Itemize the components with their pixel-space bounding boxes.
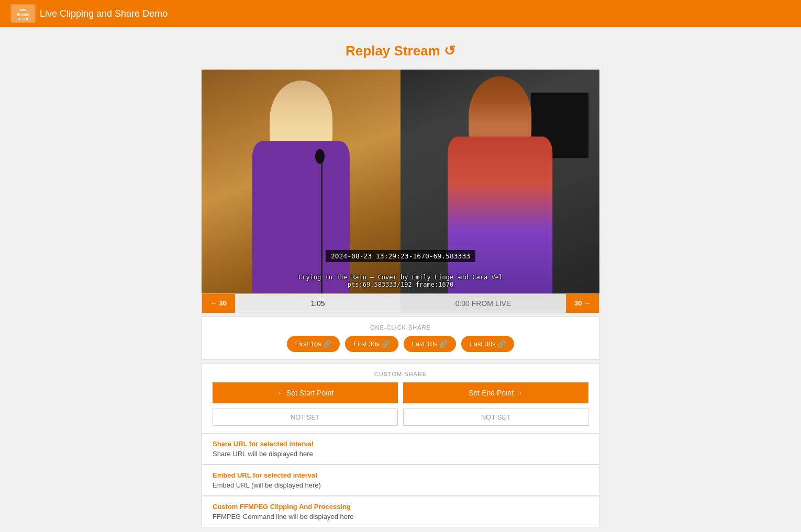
logo-box: nano Stream CLOUD bbox=[10, 4, 36, 23]
ffmpeg-title: Custom FFMPEG Clipping And Processing bbox=[213, 503, 588, 511]
not-set-row bbox=[213, 409, 588, 426]
start-point-input[interactable] bbox=[213, 409, 398, 426]
set-start-point-button[interactable]: ← Set Start Point bbox=[213, 382, 398, 403]
last-10s-button[interactable]: Last 10s 🔗 bbox=[404, 336, 457, 352]
custom-share-panel: CUSTOM SHARE ← Set Start Point Set End P… bbox=[202, 363, 599, 434]
skip-back-button[interactable]: ← 30 bbox=[202, 294, 235, 313]
custom-share-buttons: ← Set Start Point Set End Point → bbox=[213, 382, 588, 403]
page-title: Replay Stream ↺ bbox=[202, 43, 599, 59]
ffmpeg-value: FFMPEG Command line will be displayed he… bbox=[213, 513, 588, 520]
time-from-live-display: 0:00 FROM LIVE bbox=[400, 294, 566, 313]
video-timestamp: 2024-08-23 13:29:23-1670-69.583333 bbox=[326, 250, 475, 262]
oneclick-label: ONE-CLICK SHARE bbox=[213, 324, 588, 331]
video-subtitle: Crying In The Rain – Cover by Emily Ling… bbox=[298, 274, 503, 288]
embed-url-value: Embed URL (will be displayed here) bbox=[213, 481, 588, 489]
first-30s-button[interactable]: First 30s 🔗 bbox=[345, 336, 398, 352]
logo: nano Stream CLOUD Live Clipping and Shar… bbox=[10, 4, 168, 23]
app-title: Live Clipping and Share Demo bbox=[40, 8, 168, 19]
oneclick-share-panel: ONE-CLICK SHARE First 10s 🔗 First 30s 🔗 … bbox=[202, 316, 599, 360]
first-10s-button[interactable]: First 10s 🔗 bbox=[287, 336, 340, 352]
custom-share-label: CUSTOM SHARE bbox=[213, 371, 588, 377]
embed-url-title: Embed URL for selected interval bbox=[213, 471, 588, 479]
share-url-value: Share URL will be displayed here bbox=[213, 450, 588, 458]
main-content: Replay Stream ↺ bbox=[202, 27, 599, 532]
svg-text:CLOUD: CLOUD bbox=[17, 17, 30, 21]
svg-text:nano: nano bbox=[19, 8, 28, 12]
svg-text:Stream: Stream bbox=[17, 13, 29, 16]
set-end-point-button[interactable]: Set End Point → bbox=[403, 382, 588, 403]
embed-url-section: Embed URL for selected interval Embed UR… bbox=[202, 465, 599, 496]
last-30s-button[interactable]: Last 30s 🔗 bbox=[461, 336, 514, 352]
subtitle-line2: pts:69.583333/192 frame:1670 bbox=[298, 281, 503, 288]
share-url-title: Share URL for selected interval bbox=[213, 440, 588, 448]
end-point-input[interactable] bbox=[403, 409, 588, 426]
ffmpeg-section: Custom FFMPEG Clipping And Processing FF… bbox=[202, 496, 599, 527]
mic-head bbox=[315, 149, 325, 164]
current-time-display: 1:05 bbox=[235, 294, 400, 313]
skip-forward-button[interactable]: 30 → bbox=[566, 294, 599, 313]
header: nano Stream CLOUD Live Clipping and Shar… bbox=[0, 0, 801, 27]
oneclick-buttons: First 10s 🔗 First 30s 🔗 Last 10s 🔗 Last … bbox=[213, 336, 588, 352]
controls-row: ← 30 1:05 0:00 FROM LIVE 30 → bbox=[202, 293, 599, 313]
share-url-section: Share URL for selected interval Share UR… bbox=[202, 434, 599, 465]
subtitle-line1: Crying In The Rain – Cover by Emily Ling… bbox=[298, 274, 503, 281]
video-player[interactable]: 2024-08-23 13:29:23-1670-69.583333 Cryin… bbox=[202, 70, 599, 293]
